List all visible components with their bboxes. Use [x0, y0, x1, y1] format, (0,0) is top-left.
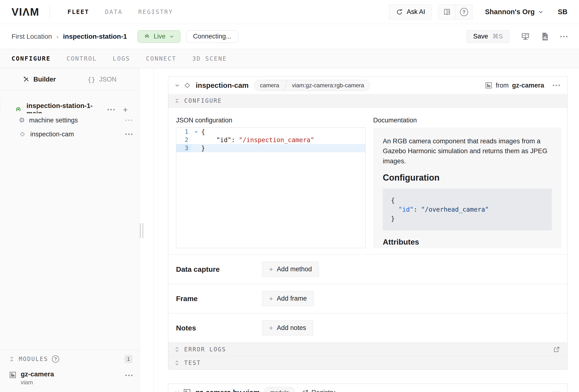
- machine-part-name: inspection-station-1-main: [26, 102, 107, 113]
- notes-label: Notes: [176, 324, 262, 332]
- module-item-gz-camera[interactable]: gz-camera viam: [0, 368, 139, 386]
- view-mode-toggle: Builder {} JSON: [0, 68, 139, 91]
- component-card-header: inspection-cam camera viam:gz-camera:rgb…: [168, 77, 567, 94]
- json-label: JSON: [99, 76, 117, 83]
- editor-line: 2 "id": "/inspection_camera": [176, 136, 365, 144]
- tree-item-label: inspection-cam: [30, 131, 74, 138]
- editor-line-active: 3 }: [176, 144, 365, 152]
- nav-data[interactable]: DATA: [105, 8, 122, 15]
- nav-fleet[interactable]: FLEET: [68, 8, 89, 15]
- builder-label: Builder: [33, 76, 56, 83]
- book-icon: [443, 8, 451, 16]
- module-icon: [485, 82, 492, 89]
- component-type-pill: camera viam:gz-camera:rgb-camera: [254, 80, 370, 91]
- add-component-button[interactable]: +: [123, 106, 128, 113]
- item-menu-button[interactable]: [125, 120, 133, 121]
- tab-3d-scene[interactable]: 3D SCENE: [192, 55, 227, 62]
- from-module-name: gz-camera: [512, 82, 544, 89]
- viam-logo[interactable]: VIΛM: [11, 6, 39, 18]
- modules-header[interactable]: MODULES ? 1: [0, 350, 139, 368]
- part-menu-button[interactable]: [107, 109, 115, 110]
- tools-icon: [23, 76, 30, 83]
- notes-row: Notes + Add notes: [168, 313, 567, 342]
- fold-chevron-icon[interactable]: [194, 130, 198, 134]
- tab-logs[interactable]: LOGS: [113, 55, 130, 62]
- collapse-chevron-icon[interactable]: [174, 82, 180, 88]
- ask-ai-button[interactable]: Ask AI: [389, 4, 432, 19]
- json-toggle[interactable]: {} JSON: [87, 76, 117, 83]
- modules-section: MODULES ? 1 gz-camera viam: [0, 350, 139, 392]
- tab-control[interactable]: CONTROL: [66, 55, 97, 62]
- avatar[interactable]: SB: [558, 8, 568, 16]
- registry-link[interactable]: Registry: [302, 389, 335, 392]
- external-link-icon: [302, 389, 308, 392]
- test-bar[interactable]: TEST: [168, 356, 567, 369]
- monitor-icon: [521, 32, 530, 41]
- data-capture-label: Data capture: [176, 265, 262, 273]
- builder-toggle[interactable]: Builder: [23, 76, 56, 83]
- json-config-label: JSON configuration: [176, 117, 365, 124]
- config-sidebar: Builder {} JSON inspection-station-1-mai…: [0, 68, 140, 392]
- component-tree: inspection-station-1-main + ⚙ machine se…: [0, 91, 139, 141]
- breadcrumb-location[interactable]: First Location: [11, 33, 52, 40]
- component-type: camera: [254, 80, 285, 91]
- sidebar-resize-handle[interactable]: [140, 223, 143, 238]
- nav-registry[interactable]: REGISTRY: [138, 8, 173, 15]
- plus-icon: +: [269, 295, 273, 302]
- machine-status-dropdown[interactable]: Live: [138, 30, 180, 43]
- error-logs-label: ERROR LOGS: [184, 346, 226, 353]
- tree-item-inspection-cam[interactable]: inspection-cam: [0, 127, 139, 141]
- tab-configure[interactable]: CONFIGURE: [11, 55, 51, 62]
- tree-item-machine-settings[interactable]: ⚙ machine settings: [0, 113, 139, 127]
- modules-label: MODULES: [19, 356, 48, 362]
- component-menu-button[interactable]: [553, 85, 560, 86]
- connecting-button[interactable]: Connecting...: [186, 30, 238, 43]
- json-config-editor[interactable]: 1 { 2: [176, 127, 365, 248]
- documentation-label: Documentation: [373, 117, 562, 124]
- expand-icon: [175, 360, 179, 366]
- collapse-chevron-icon[interactable]: [174, 389, 180, 392]
- add-notes-button[interactable]: + Add notes: [262, 320, 313, 335]
- item-menu-button[interactable]: [125, 134, 133, 135]
- sidebar-gutter: [140, 68, 154, 392]
- component-name: inspection-cam: [196, 81, 249, 89]
- documentation-column: Documentation An RGB camera component th…: [373, 117, 562, 248]
- org-switcher[interactable]: Shannon's Org: [485, 8, 544, 16]
- braces-icon: {}: [87, 76, 95, 83]
- report-icon-button[interactable]: [541, 32, 549, 41]
- plus-icon: +: [269, 325, 273, 331]
- divider: [50, 6, 50, 18]
- component-card-inspection-cam: inspection-cam camera viam:gz-camera:rgb…: [168, 77, 568, 370]
- module-name: gz-camera: [21, 370, 54, 378]
- documentation-panel[interactable]: An RGB camera component that reads image…: [373, 127, 562, 248]
- save-button[interactable]: Save ⌘S: [467, 30, 509, 43]
- add-frame-button[interactable]: + Add frame: [262, 291, 314, 306]
- org-name: Shannon's Org: [485, 8, 535, 16]
- editor-line: 1 {: [176, 128, 365, 136]
- docs-code-sample: { "id": "/overhead_camera" }: [383, 189, 552, 230]
- add-method-button[interactable]: + Add method: [262, 262, 319, 277]
- json-config-column: JSON configuration 1 {: [176, 117, 365, 248]
- configure-section-bar[interactable]: CONFIGURE: [168, 94, 567, 107]
- component-model: viam:gz-camera:rgb-camera: [286, 80, 370, 91]
- modules-help-icon[interactable]: ?: [52, 355, 59, 363]
- chevron-down-icon: [538, 9, 544, 15]
- module-menu-button[interactable]: [125, 375, 133, 376]
- tab-connect[interactable]: CONNECT: [146, 55, 176, 62]
- docs-button[interactable]: [438, 5, 455, 19]
- connecting-label: Connecting...: [193, 33, 231, 40]
- more-menu-button[interactable]: [560, 36, 568, 37]
- module-card-header: gz-camera by viam module Registry: [168, 384, 567, 392]
- collapse-icon: [175, 98, 179, 103]
- module-icon: [183, 389, 191, 392]
- machine-page-icon-button[interactable]: [521, 32, 530, 41]
- error-logs-bar[interactable]: ERROR LOGS: [168, 342, 567, 356]
- docs-configuration-heading: Configuration: [383, 173, 552, 183]
- broadcast-icon: [144, 33, 150, 40]
- tree-item-machine-part[interactable]: inspection-station-1-main +: [0, 98, 139, 113]
- external-link-icon[interactable]: [553, 346, 560, 353]
- help-button[interactable]: ?: [455, 5, 472, 19]
- from-text: from: [496, 82, 508, 89]
- machine-name: inspection-station-1: [63, 33, 127, 40]
- breadcrumb-separator: ›: [56, 32, 59, 41]
